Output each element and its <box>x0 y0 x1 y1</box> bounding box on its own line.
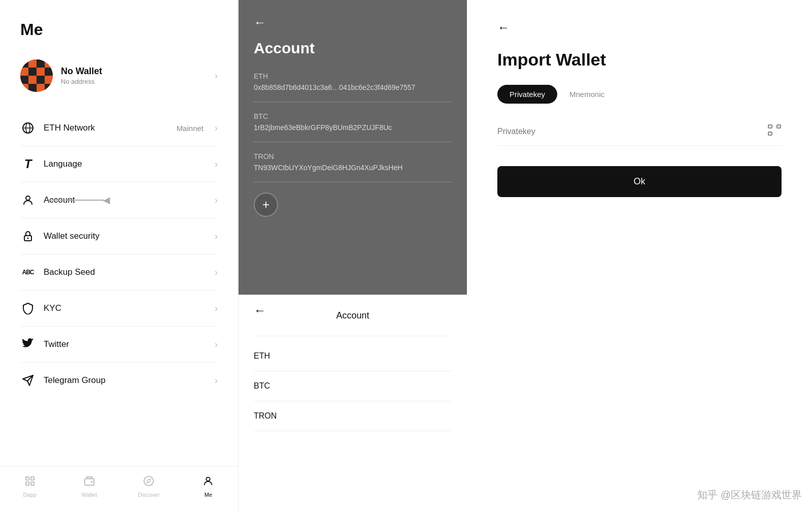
kyc-icon <box>20 301 36 316</box>
svg-rect-17 <box>25 482 28 485</box>
me-panel: Me No <box>0 0 239 512</box>
account-chevron-icon: › <box>215 195 218 206</box>
menu-item-kyc[interactable]: KYC › <box>20 291 218 327</box>
account-light-panel: ← Account ETH BTC TRON <box>239 295 467 512</box>
wallet-security-chevron-icon: › <box>215 231 218 242</box>
middle-panels: ← Account ETH 0x8b858d7b6d4013c3a6…041bc… <box>239 0 467 512</box>
privatekey-input[interactable] <box>497 127 767 136</box>
watermark: 知乎 @区块链游戏世界 <box>697 488 802 502</box>
svg-rect-8 <box>45 84 53 92</box>
menu-item-twitter[interactable]: Twitter › <box>20 327 218 363</box>
bottom-nav: Dapp Wallet <box>0 466 238 512</box>
me-header: Me No <box>0 0 238 110</box>
import-wallet-panel: ← Import Wallet Privatekey Mnemonic Ok 知… <box>467 0 812 512</box>
import-input-row <box>497 124 782 146</box>
eth-label: ETH <box>254 72 452 80</box>
backup-seed-chevron-icon: › <box>215 267 218 278</box>
language-icon: T <box>20 156 36 172</box>
account-dark-title: Account <box>254 40 452 57</box>
nav-discover[interactable]: Discover <box>119 471 179 502</box>
profile-info: No Wallet No address <box>61 66 207 85</box>
wallet-icon <box>84 475 95 490</box>
nav-me[interactable]: Me <box>179 471 238 502</box>
svg-point-22 <box>207 477 210 481</box>
wallet-security-label: Wallet security <box>44 231 207 241</box>
menu-item-backup-seed[interactable]: ABC Backup Seed › <box>20 254 218 291</box>
menu-item-eth-network[interactable]: ETH Network Mainnet › <box>20 110 218 146</box>
ok-button[interactable]: Ok <box>497 166 782 197</box>
svg-rect-25 <box>768 132 772 135</box>
svg-rect-19 <box>85 478 94 485</box>
account-label: Account <box>44 195 207 205</box>
nav-me-label: Me <box>205 492 212 498</box>
svg-rect-2 <box>37 59 45 68</box>
account-light-back-button[interactable]: ← <box>254 303 266 317</box>
telegram-label: Telegram Group <box>44 375 207 386</box>
account-dark-panel: ← Account ETH 0x8b858d7b6d4013c3a6…041bc… <box>239 0 467 295</box>
kyc-label: KYC <box>44 303 207 313</box>
language-chevron-icon: › <box>215 159 218 170</box>
nav-wallet[interactable]: Wallet <box>59 471 119 502</box>
scan-icon[interactable] <box>767 124 782 139</box>
account-btc-row[interactable]: BTC <box>254 371 452 401</box>
svg-point-14 <box>27 238 29 239</box>
svg-rect-16 <box>30 477 33 480</box>
twitter-label: Twitter <box>44 339 207 349</box>
nav-discover-label: Discover <box>138 492 160 498</box>
svg-rect-6 <box>37 76 45 84</box>
svg-rect-18 <box>30 482 33 485</box>
me-nav-icon <box>202 475 214 490</box>
tab-mnemonic[interactable]: Mnemonic <box>557 85 617 104</box>
tab-privatekey[interactable]: Privatekey <box>497 85 557 104</box>
kyc-chevron-icon: › <box>215 303 218 314</box>
profile-row[interactable]: No Wallet No address › <box>20 51 218 100</box>
add-icon: + <box>262 198 269 212</box>
menu-item-account[interactable]: Account ◀ › <box>20 182 218 218</box>
wallet-security-icon <box>20 229 36 244</box>
menu-item-wallet-security[interactable]: Wallet security › <box>20 218 218 254</box>
menu-item-telegram[interactable]: Telegram Group › <box>20 363 218 398</box>
eth-network-value: Mainnet <box>177 124 204 133</box>
me-title: Me <box>20 20 218 39</box>
profile-chevron-icon: › <box>215 71 218 81</box>
svg-rect-4 <box>45 68 53 76</box>
dapp-icon <box>24 475 36 490</box>
svg-point-20 <box>91 481 93 483</box>
menu-list: ETH Network Mainnet › T Language › Accou… <box>0 110 238 466</box>
import-back-button[interactable]: ← <box>497 20 782 35</box>
btc-address: 1rB2jbme63eBbkrGFP8yBUmB2PZUJF8Uc <box>254 123 452 132</box>
tron-section: TRON TN93WCtbUYXoYgmDeiG8HJGn4XuPJksHeH <box>254 152 452 182</box>
eth-network-icon <box>20 120 36 136</box>
twitter-icon <box>20 337 36 352</box>
account-light-title: Account <box>266 310 439 321</box>
telegram-chevron-icon: › <box>215 375 218 386</box>
btc-label: BTC <box>254 112 452 120</box>
profile-address: No address <box>61 78 207 85</box>
avatar <box>20 59 53 92</box>
import-tab-group: Privatekey Mnemonic <box>497 85 782 104</box>
import-wallet-title: Import Wallet <box>497 50 782 70</box>
account-eth-row[interactable]: ETH <box>254 341 452 371</box>
svg-point-21 <box>144 476 153 486</box>
tron-address: TN93WCtbUYXoYgmDeiG8HJGn4XuPJksHeH <box>254 164 452 172</box>
tron-label: TRON <box>254 152 452 161</box>
add-account-button[interactable]: + <box>254 193 278 217</box>
svg-rect-7 <box>28 84 37 92</box>
nav-dapp-label: Dapp <box>23 492 36 498</box>
btc-section: BTC 1rB2jbme63eBbkrGFP8yBUmB2PZUJF8Uc <box>254 112 452 142</box>
account-dark-back-button[interactable]: ← <box>254 15 266 29</box>
account-light-header: ← Account <box>254 295 452 336</box>
backup-seed-icon: ABC <box>20 265 36 280</box>
profile-name: No Wallet <box>61 66 207 77</box>
nav-dapp[interactable]: Dapp <box>0 471 59 502</box>
svg-rect-15 <box>25 477 28 480</box>
backup-seed-label: Backup Seed <box>44 267 207 277</box>
menu-item-language[interactable]: T Language › <box>20 146 218 182</box>
eth-network-chevron-icon: › <box>215 123 218 134</box>
svg-rect-5 <box>20 76 28 84</box>
account-icon <box>20 193 36 208</box>
twitter-chevron-icon: › <box>215 339 218 350</box>
nav-wallet-label: Wallet <box>82 492 97 498</box>
svg-rect-3 <box>28 68 37 76</box>
account-tron-row[interactable]: TRON <box>254 401 452 431</box>
